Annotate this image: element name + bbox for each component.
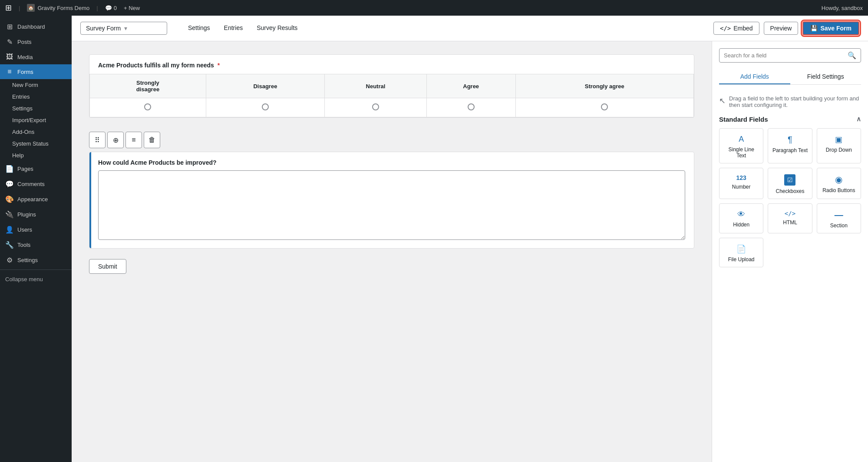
form-editor: Acme Products fulfils all my form needs … <box>72 41 712 462</box>
likert-radio-3[interactable] <box>325 98 427 117</box>
paragraph-icon: ¶ <box>788 135 792 145</box>
sidebar-item-media[interactable]: 🖼 Media <box>0 50 72 64</box>
likert-radio-1[interactable] <box>90 98 206 117</box>
field-paragraph-text[interactable]: ¶ Paragraph Text <box>768 128 812 163</box>
delete-field-button[interactable]: 🗑 <box>144 132 160 148</box>
pages-icon: 📄 <box>5 165 14 173</box>
sidebar-item-help[interactable]: Help <box>0 150 72 161</box>
sidebar-item-comments[interactable]: 💬 Comments <box>0 176 72 192</box>
likert-col-1: Stronglydisagree <box>90 74 206 98</box>
likert-col-4: Agree <box>426 74 515 98</box>
survey-question-2: How could Acme Products be improved? <box>89 152 694 249</box>
duplicate-field-button[interactable]: ⊕ <box>107 132 124 148</box>
panel-tabs: Add Fields Field Settings <box>719 70 861 85</box>
sidebar-item-import-export[interactable]: Import/Export <box>0 114 72 126</box>
likert-radio-5[interactable] <box>515 98 694 117</box>
form-title-text: Survey Form <box>86 25 121 32</box>
content-area: Survey Form ▾ Settings Entries Survey Re… <box>72 16 868 462</box>
editor-layout: Acme Products fulfils all my form needs … <box>72 41 868 462</box>
search-input[interactable] <box>724 52 848 59</box>
sidebar-item-appearance[interactable]: 🎨 Appearance <box>0 192 72 207</box>
save-icon: 💾 <box>810 25 818 32</box>
collapse-menu-button[interactable]: Collapse menu <box>0 272 72 287</box>
sidebar-item-settings[interactable]: Settings <box>0 103 72 114</box>
submit-area: Submit <box>89 259 694 274</box>
sidebar-item-add-ons[interactable]: Add-Ons <box>0 126 72 138</box>
cursor-icon: ↖ <box>719 96 726 106</box>
posts-icon: ✎ <box>5 38 14 46</box>
site-name[interactable]: 🏠 Gravity Forms Demo <box>27 4 89 12</box>
field-drop-down[interactable]: ▣ Drop Down <box>817 128 861 163</box>
drag-hint: ↖ Drag a field to the left to start buil… <box>719 92 861 115</box>
file-upload-icon: 📄 <box>736 244 746 254</box>
comments-link[interactable]: 💬 0 <box>105 5 117 11</box>
field-section[interactable]: — Section <box>817 203 861 233</box>
tools-icon: 🔧 <box>5 241 14 249</box>
sub-header: Survey Form ▾ Settings Entries Survey Re… <box>72 16 868 41</box>
field-html[interactable]: </> HTML <box>768 203 812 233</box>
sidebar-item-dashboard[interactable]: ⊞ Dashboard <box>0 19 72 34</box>
field-active-indicator <box>89 152 91 248</box>
field-hidden[interactable]: 👁 Hidden <box>719 203 763 233</box>
paragraph-text-input[interactable] <box>98 170 685 240</box>
embed-button[interactable]: </> Embed <box>713 22 759 35</box>
forms-submenu: New Form Entries Settings Import/Export … <box>0 79 72 161</box>
field-grid: A Single Line Text ¶ Paragraph Text ▣ Dr… <box>719 128 861 267</box>
duplicate-icon: ⊕ <box>113 136 119 144</box>
new-button[interactable]: + New <box>124 5 140 11</box>
media-icon: 🖼 <box>5 53 14 61</box>
likert-radio-2[interactable] <box>206 98 324 117</box>
dashboard-icon: ⊞ <box>5 23 14 31</box>
sidebar-item-pages[interactable]: 📄 Pages <box>0 161 72 176</box>
sidebar-item-posts[interactable]: ✎ Posts <box>0 34 72 50</box>
save-form-button[interactable]: 💾 Save Form <box>802 21 859 35</box>
right-panel: 🔍 Add Fields Field Settings ↖ Drag a fie… <box>712 41 868 462</box>
sidebar-item-users[interactable]: 👤 Users <box>0 222 72 237</box>
field-file-upload[interactable]: 📄 File Upload <box>719 238 763 267</box>
wp-logo-icon: ⊞ <box>5 3 12 13</box>
field-single-line-text[interactable]: A Single Line Text <box>719 128 763 163</box>
standard-fields-section: Standard Fields ∧ <box>719 115 861 123</box>
sidebar-item-tools[interactable]: 🔧 Tools <box>0 237 72 253</box>
chevron-down-icon: ▾ <box>124 25 127 32</box>
field-checkboxes[interactable]: ☑ Checkboxes <box>768 168 812 199</box>
users-icon: 👤 <box>5 226 14 234</box>
drop-down-icon: ▣ <box>835 135 842 144</box>
field-search-container: 🔍 <box>719 48 861 63</box>
html-icon: </> <box>785 210 795 217</box>
sidebar-item-settings-main[interactable]: ⚙ Settings <box>0 253 72 268</box>
sidebar-item-new-form[interactable]: New Form <box>0 79 72 91</box>
sidebar-item-entries[interactable]: Entries <box>0 91 72 103</box>
nav-settings[interactable]: Settings <box>181 21 217 36</box>
likert-col-2: Disagree <box>206 74 324 98</box>
tab-field-settings[interactable]: Field Settings <box>790 70 861 84</box>
sidebar-item-forms[interactable]: ≡ Forms <box>0 64 72 79</box>
submit-button[interactable]: Submit <box>89 259 126 274</box>
site-icon: 🏠 <box>27 4 35 12</box>
section-collapse-icon[interactable]: ∧ <box>856 115 861 123</box>
top-bar: ⊞ | 🏠 Gravity Forms Demo | 💬 0 + New How… <box>0 0 868 16</box>
likert-table: Stronglydisagree Disagree Neutral Agree … <box>89 74 694 117</box>
field-radio-buttons[interactable]: ◉ Radio Buttons <box>817 168 861 199</box>
number-icon: 123 <box>736 174 746 181</box>
settings-icon: ⚙ <box>5 256 14 264</box>
comment-bubble-icon: 💬 <box>105 5 112 11</box>
likert-radio-4[interactable] <box>426 98 515 117</box>
section-icon: — <box>835 210 843 220</box>
checkboxes-icon: ☑ <box>784 174 795 186</box>
nav-entries[interactable]: Entries <box>217 21 250 36</box>
sidebar-item-plugins[interactable]: 🔌 Plugins <box>0 207 72 222</box>
forms-icon: ≡ <box>5 68 14 76</box>
field-number[interactable]: 123 Number <box>719 168 763 199</box>
nav-survey-results[interactable]: Survey Results <box>250 21 304 36</box>
greeting-text: Howdy, sandbox <box>822 5 863 11</box>
field-settings-button[interactable]: ≡ <box>125 132 142 148</box>
radio-buttons-icon: ◉ <box>835 174 842 185</box>
form-title-dropdown[interactable]: Survey Form ▾ <box>80 22 167 35</box>
tab-add-fields[interactable]: Add Fields <box>719 70 790 84</box>
sidebar-item-system-status[interactable]: System Status <box>0 138 72 150</box>
preview-button[interactable]: Preview <box>764 22 799 35</box>
move-handle[interactable]: ⠿ <box>89 132 106 148</box>
move-icon: ⠿ <box>95 136 100 144</box>
embed-icon: </> <box>720 25 731 32</box>
